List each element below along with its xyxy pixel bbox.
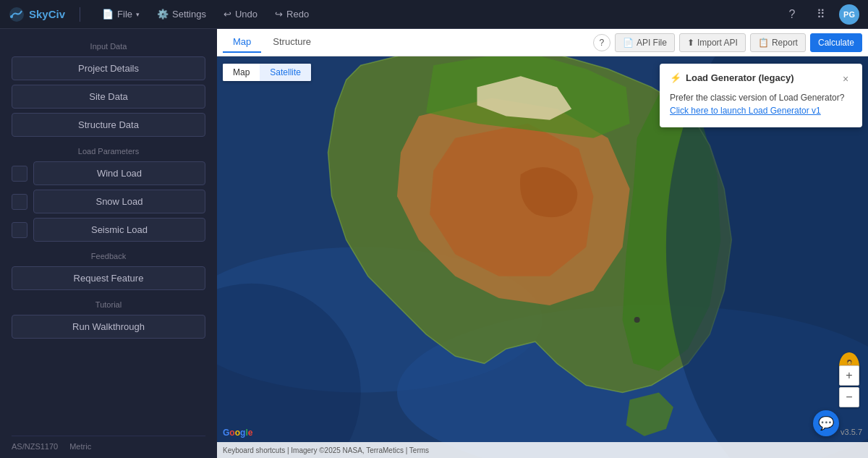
seismic-load-checkbox[interactable] [12,222,27,238]
svg-point-1 [10,15,13,18]
nav-settings[interactable]: ⚙️ Settings [150,6,213,22]
logo-text: SkyCiv [29,8,65,20]
zoom-controls: + − [839,365,859,407]
wind-load-button[interactable]: Wind Load [33,161,205,185]
unit-label: Metric [69,442,91,451]
snow-load-checkbox[interactable] [12,194,27,210]
popup-header: ⚡ Load Generator (legacy) × [670,72,852,85]
wind-load-checkbox[interactable] [12,166,27,182]
map-footer: Keyboard shortcuts | Imagery ©2025 NASA,… [217,442,868,458]
bolt-icon: ⚡ [670,72,681,83]
feedback-label: Feedback [12,252,205,260]
api-file-label: API File [637,38,667,48]
navbar-right: ? ⠿ PG [781,4,859,25]
nav-file[interactable]: 📄 File ▾ [95,6,147,22]
avatar-text: PG [843,10,855,19]
map-help-button[interactable]: ? [593,34,610,51]
tutorial-label: Tutorial [12,300,205,309]
settings-icon: ⚙️ [157,9,169,20]
version-badge: v3.5.7 [841,428,862,436]
structure-data-button[interactable]: Structure Data [12,113,205,137]
report-icon: 📋 [758,38,769,48]
google-logo: Google [223,428,252,438]
load-generator-popup: ⚡ Load Generator (legacy) × Prefer the c… [660,64,862,127]
standard-label: AS/NZS1170 [12,442,58,451]
map-type-bar: Map Satellite [223,64,311,81]
map-area: Map Structure ? 📄 API File ⬆ Import API … [217,29,868,458]
snow-load-button[interactable]: Snow Load [33,190,205,213]
popup-body: Prefer the classic version of Load Gener… [670,91,852,117]
chat-button[interactable]: 💬 [813,410,839,436]
redo-icon: ↪ [275,9,283,20]
input-data-label: Input Data [12,42,205,51]
nav-file-label: File [117,9,132,20]
calculate-button[interactable]: Calculate [810,33,862,52]
popup-body-text: Prefer the classic version of Load Gener… [670,93,844,103]
popup-title-text: Load Generator (legacy) [686,72,794,83]
map-tab[interactable]: Map [223,32,261,53]
map-toolbar-right: ? 📄 API File ⬆ Import API 📋 Report Calcu… [593,33,862,52]
chevron-down-icon: ▾ [136,11,140,18]
report-label: Report [772,38,798,48]
wind-load-row: Wind Load [12,161,205,185]
request-feature-button[interactable]: Request Feature [12,266,205,290]
file-icon: 📄 [102,9,114,20]
undo-icon: ↩ [224,9,231,20]
nav-undo[interactable]: ↩ Undo [216,6,265,22]
svg-point-7 [634,317,640,323]
navbar-menu: 📄 File ▾ ⚙️ Settings ↩ Undo ↪ Redo [95,6,316,22]
popup-title: ⚡ Load Generator (legacy) [670,72,794,83]
nav-undo-label: Undo [235,9,258,20]
import-api-label: Import API [697,38,738,48]
import-api-button[interactable]: ⬆ Import API [679,33,746,52]
sidebar-bottom: AS/NZS1170 Metric [12,436,205,451]
api-file-icon: 📄 [623,38,634,48]
map-footer-text: Keyboard shortcuts | Imagery ©2025 NASA,… [223,446,429,454]
seismic-load-button[interactable]: Seismic Load [33,218,205,242]
popup-link[interactable]: Click here to launch Load Generator v1 [670,106,821,116]
nav-redo-label: Redo [286,9,309,20]
logo[interactable]: SkyCiv [9,7,65,22]
map-type-map[interactable]: Map [223,64,260,81]
sidebar: Input Data Project Details Site Data Str… [0,29,217,458]
project-details-button[interactable]: Project Details [12,56,205,80]
import-icon: ⬆ [687,38,694,48]
navbar: SkyCiv 📄 File ▾ ⚙️ Settings ↩ Undo ↪ Red… [0,0,868,29]
nav-settings-label: Settings [172,9,206,20]
map-toolbar: Map Structure ? 📄 API File ⬆ Import API … [217,29,868,56]
map-type-satellite[interactable]: Satellite [260,64,311,81]
help-button[interactable]: ? [781,4,803,25]
run-walkthrough-button[interactable]: Run Walkthrough [12,315,205,339]
load-parameters-label: Load Parameters [12,147,205,156]
site-data-button[interactable]: Site Data [12,85,205,109]
avatar[interactable]: PG [839,4,859,25]
snow-load-row: Snow Load [12,190,205,213]
zoom-in-button[interactable]: + [839,365,859,386]
report-button[interactable]: 📋 Report [750,33,806,52]
popup-close-button[interactable]: × [839,72,852,85]
seismic-load-row: Seismic Load [12,218,205,242]
nav-redo[interactable]: ↪ Redo [268,6,316,22]
api-file-button[interactable]: 📄 API File [615,33,675,52]
nav-divider [80,7,80,22]
structure-tab[interactable]: Structure [263,32,321,53]
zoom-out-button[interactable]: − [839,387,859,407]
apps-button[interactable]: ⠿ [810,4,832,25]
main-layout: Input Data Project Details Site Data Str… [0,29,868,458]
